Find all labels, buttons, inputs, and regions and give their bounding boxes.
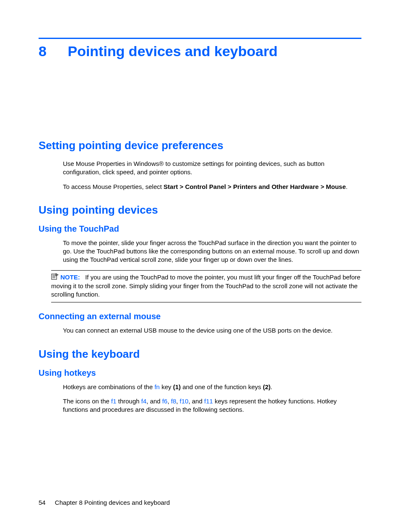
hotkeys-p2e: ,	[176, 398, 179, 405]
hotkeys-p2b: through	[117, 398, 141, 405]
note-text: NOTE: If you are using the TouchPad to m…	[51, 274, 360, 298]
hotkeys-p1d: .	[270, 383, 272, 390]
note-box: NOTE: If you are using the TouchPad to m…	[51, 270, 361, 303]
hotkeys-p2: The icons on the f1 through f4, and f6, …	[63, 397, 361, 414]
hotkeys-p1b: key	[160, 383, 173, 390]
subsection-hotkeys-heading: Using hotkeys	[39, 368, 361, 378]
hotkeys-two: (2)	[263, 383, 270, 390]
page-number: 54	[39, 499, 46, 506]
hotkeys-f4-key: f4	[141, 398, 147, 405]
subsection-external-mouse-heading: Connecting an external mouse	[39, 312, 361, 321]
footer-label: Chapter 8 Pointing devices and keyboard	[55, 499, 170, 506]
chapter-title-text: Pointing devices and keyboard	[68, 43, 278, 59]
external-mouse-body: You can connect an external USB mouse to…	[63, 326, 361, 335]
section-using-devices-heading: Using pointing devices	[39, 204, 361, 217]
section-prefs-heading: Setting pointing device preferences	[39, 139, 361, 152]
hotkeys-p2c: , and	[146, 398, 162, 405]
prefs-p2: To access Mouse Properties, select Start…	[63, 183, 361, 191]
prefs-p2a: To access Mouse Properties, select	[63, 183, 164, 190]
hotkeys-body: Hotkeys are combinations of the fn key (…	[63, 383, 361, 414]
prefs-p1: Use Mouse Properties in Windows® to cust…	[63, 160, 361, 177]
section-keyboard-heading: Using the keyboard	[39, 348, 361, 361]
hotkeys-f11-key: f11	[204, 398, 213, 405]
chapter-number: 8	[39, 43, 64, 59]
note-content: If you are using the TouchPad to move th…	[51, 274, 360, 298]
hotkeys-p2f: , and	[188, 398, 204, 405]
hotkeys-one: (1)	[173, 383, 181, 390]
external-mouse-p1: You can connect an external USB mouse to…	[63, 326, 361, 335]
subsection-touchpad-heading: Using the TouchPad	[39, 224, 361, 234]
note-icon	[51, 273, 60, 282]
hotkeys-p1a: Hotkeys are combinations of the	[63, 383, 154, 390]
hotkeys-p2d: ,	[167, 398, 171, 405]
chapter-title: 8 Pointing devices and keyboard	[39, 43, 361, 59]
section-prefs-body: Use Mouse Properties in Windows® to cust…	[63, 160, 361, 191]
hotkeys-p2a: The icons on the	[63, 398, 111, 405]
prefs-p2b: Start > Control Panel > Printers and Oth…	[164, 183, 346, 190]
touchpad-body: To move the pointer, slide your finger a…	[63, 239, 361, 264]
hotkeys-p1c: and one of the function keys	[181, 383, 263, 390]
hotkeys-p1: Hotkeys are combinations of the fn key (…	[63, 383, 361, 391]
hotkeys-f1-key: f1	[111, 398, 117, 405]
chapter-rule	[39, 38, 361, 39]
touchpad-p1: To move the pointer, slide your finger a…	[63, 239, 361, 264]
hotkeys-f6-key: f6	[162, 398, 168, 405]
page-footer: 54 Chapter 8 Pointing devices and keyboa…	[39, 499, 170, 506]
hotkeys-f10-key: f10	[180, 398, 189, 405]
hotkeys-f8-key: f8	[171, 398, 177, 405]
note-label: NOTE:	[60, 274, 80, 281]
prefs-p2c: .	[346, 183, 348, 190]
hotkeys-fn-key: fn	[154, 383, 160, 390]
